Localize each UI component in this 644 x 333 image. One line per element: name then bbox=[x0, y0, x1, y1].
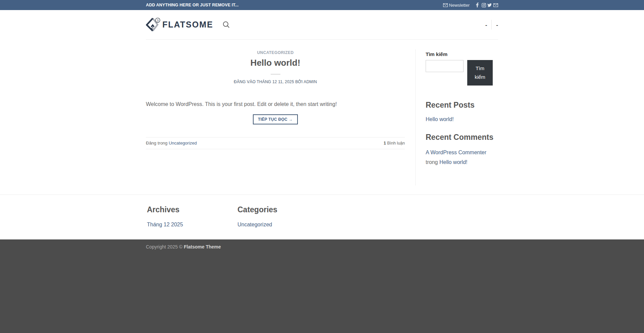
svg-text:3: 3 bbox=[157, 18, 159, 22]
